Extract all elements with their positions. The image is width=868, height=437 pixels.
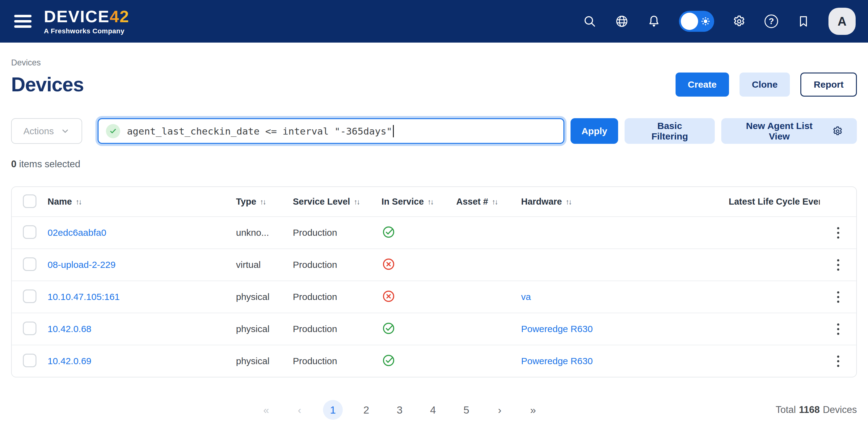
- column-header: Hardware↑↓: [510, 197, 718, 207]
- row-checkbox[interactable]: [23, 225, 36, 239]
- clone-button[interactable]: Clone: [740, 72, 790, 97]
- name-cell: 08-upload-2-229: [36, 260, 225, 270]
- row-checkbox[interactable]: [23, 354, 36, 367]
- in-service-yes-icon: [381, 235, 396, 240]
- sort-icon[interactable]: ↑↓: [76, 198, 81, 206]
- row-kebab-menu[interactable]: [820, 288, 856, 306]
- report-button[interactable]: Report: [800, 72, 857, 97]
- brand-logo[interactable]: DEVICE42 A Freshworks Company: [44, 8, 129, 35]
- row-checkbox[interactable]: [23, 257, 36, 271]
- type-cell: physical: [225, 292, 282, 302]
- row-checkbox-cell: [12, 225, 36, 240]
- column-header-label: In Service: [381, 197, 424, 207]
- new-agent-list-view-button[interactable]: New Agent List View: [721, 118, 857, 144]
- device-name-link[interactable]: 10.42.0.69: [48, 356, 91, 366]
- globe-icon[interactable]: [615, 14, 629, 28]
- row-actions-cell: [820, 321, 856, 338]
- hardware-link[interactable]: Poweredge R630: [521, 356, 593, 366]
- device-name-link[interactable]: 10.42.0.68: [48, 324, 91, 334]
- row-actions-cell: [820, 224, 856, 242]
- brand-text: DEVICE: [44, 7, 110, 26]
- hardware-link[interactable]: va: [521, 292, 531, 302]
- top-navbar: DEVICE42 A Freshworks Company ?: [0, 0, 868, 42]
- row-kebab-menu[interactable]: [820, 224, 856, 242]
- column-header-label: Hardware: [521, 197, 562, 207]
- help-icon[interactable]: ?: [764, 14, 778, 28]
- settings-gear-icon[interactable]: [732, 14, 746, 28]
- basic-filtering-button[interactable]: Basic Filtering: [625, 118, 715, 144]
- row-checkbox[interactable]: [23, 322, 36, 335]
- row-checkbox[interactable]: [23, 290, 36, 303]
- type-cell: unkno...: [225, 228, 282, 238]
- device-name-link[interactable]: 02edc6aabfa0: [48, 228, 106, 238]
- pagination-prev[interactable]: ‹: [290, 400, 310, 420]
- pagination-first[interactable]: «: [256, 400, 276, 420]
- select-all-checkbox[interactable]: [23, 195, 36, 208]
- row-kebab-menu[interactable]: [820, 256, 856, 274]
- row-kebab-menu[interactable]: [820, 352, 856, 370]
- table-row: 10.42.0.68physicalProductionPoweredge R6…: [12, 313, 856, 345]
- text-cursor: [393, 125, 394, 137]
- sort-icon[interactable]: ↑↓: [260, 198, 266, 206]
- pagination-next[interactable]: ›: [490, 400, 510, 420]
- pagination-last[interactable]: »: [523, 400, 543, 420]
- in-service-yes-icon: [381, 331, 396, 336]
- brand-number: 42: [110, 7, 129, 26]
- sort-icon[interactable]: ↑↓: [354, 198, 359, 206]
- theme-toggle[interactable]: [679, 11, 714, 32]
- pagination: «‹12345›»: [256, 400, 543, 420]
- header-checkbox-cell: [12, 195, 36, 209]
- service-level-cell: Production: [282, 324, 370, 334]
- table-row: 10.42.0.69physicalProductionPoweredge R6…: [12, 345, 856, 377]
- name-cell: 10.42.0.69: [36, 356, 225, 366]
- row-checkbox-cell: [12, 257, 36, 272]
- sort-icon[interactable]: ↑↓: [566, 198, 571, 206]
- notifications-bell-icon[interactable]: [647, 14, 661, 28]
- pagination-page[interactable]: 2: [356, 400, 376, 420]
- service-level-cell: Production: [282, 228, 370, 238]
- column-header-label: Type: [236, 197, 256, 207]
- actions-dropdown[interactable]: Actions: [11, 118, 82, 144]
- device-name-link[interactable]: 08-upload-2-229: [48, 260, 116, 270]
- chevron-down-icon: [61, 127, 70, 136]
- bookmark-icon[interactable]: [796, 14, 810, 28]
- type-cell: virtual: [225, 260, 282, 270]
- name-cell: 10.10.47.105:161: [36, 292, 225, 302]
- in-service-cell: [370, 225, 445, 240]
- column-header: Name↑↓: [36, 197, 225, 207]
- pagination-page[interactable]: 5: [457, 400, 476, 420]
- column-header: In Service↑↓: [370, 197, 445, 207]
- row-actions-cell: [820, 256, 856, 274]
- sort-icon[interactable]: ↑↓: [492, 198, 497, 206]
- name-cell: 10.42.0.68: [36, 324, 225, 334]
- total-count: Total1168Devices: [776, 404, 857, 415]
- breadcrumb[interactable]: Devices: [11, 58, 857, 68]
- table-header-row: Name↑↓Type↑↓Service Level↑↓In Service↑↓A…: [12, 187, 856, 216]
- type-cell: physical: [225, 356, 282, 366]
- hardware-link[interactable]: Poweredge R630: [521, 324, 593, 334]
- hamburger-menu-icon[interactable]: [12, 13, 33, 30]
- pagination-page[interactable]: 4: [423, 400, 443, 420]
- pagination-page[interactable]: 1: [323, 400, 343, 420]
- column-header: Latest Life Cycle Ever: [718, 197, 820, 207]
- pagination-page[interactable]: 3: [390, 400, 410, 420]
- device-name-link[interactable]: 10.10.47.105:161: [48, 292, 120, 302]
- column-header-label: Service Level: [293, 197, 350, 207]
- sort-icon[interactable]: ↑↓: [428, 198, 433, 206]
- in-service-cell: [370, 354, 445, 369]
- hardware-cell: Poweredge R630: [510, 324, 718, 334]
- selection-status: 0 items selected: [11, 159, 857, 170]
- apply-button[interactable]: Apply: [570, 118, 618, 144]
- filter-query-input[interactable]: agent_last_checkin_date <= interval "-36…: [98, 118, 564, 144]
- search-icon[interactable]: [583, 14, 597, 28]
- create-button[interactable]: Create: [676, 72, 729, 97]
- user-avatar[interactable]: A: [829, 8, 856, 35]
- query-valid-icon: [106, 124, 120, 138]
- row-kebab-menu[interactable]: [820, 321, 856, 338]
- column-header-label: Name: [48, 197, 72, 207]
- service-level-cell: Production: [282, 356, 370, 366]
- page-title: Devices: [11, 73, 84, 96]
- devices-table: Name↑↓Type↑↓Service Level↑↓In Service↑↓A…: [11, 187, 857, 377]
- row-checkbox-cell: [12, 322, 36, 336]
- gear-icon: [832, 125, 843, 137]
